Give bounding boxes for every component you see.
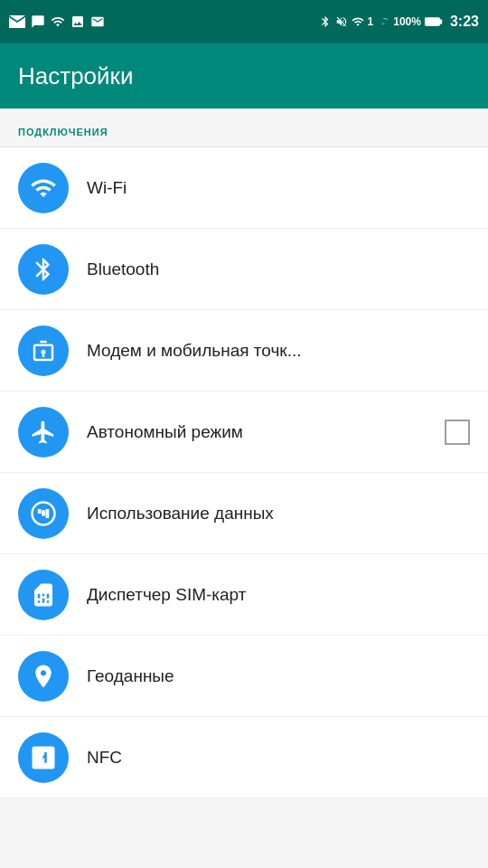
envelope-icon (90, 14, 105, 29)
location-label: Геоданные (87, 666, 470, 686)
settings-item-bluetooth[interactable]: Bluetooth (0, 229, 488, 310)
bluetooth-icon-wrap (18, 244, 69, 295)
sim-label: Диспетчер SIM-карт (87, 585, 470, 605)
svg-rect-1 (440, 20, 443, 24)
tethering-icon (30, 337, 57, 364)
airplane-icon (30, 419, 57, 446)
location-icon-wrap (18, 651, 69, 702)
wifi-label: Wi-Fi (87, 178, 470, 198)
status-bar-right: 1 100% 3:23 (319, 14, 479, 30)
nfc-icon (30, 744, 57, 771)
bluetooth-label: Bluetooth (87, 259, 470, 279)
settings-item-airplane[interactable]: Автономный режим (0, 392, 488, 473)
airplane-label: Автономный режим (87, 422, 445, 442)
message-icon (31, 14, 45, 29)
signal-icon (51, 14, 65, 29)
sim-icon-wrap (18, 570, 69, 620)
mute-icon (335, 15, 348, 28)
tethering-icon-wrap (18, 326, 69, 376)
section-header-text: ПОДКЛЮЧЕНИЯ (18, 127, 108, 137)
status-bar-left (9, 14, 105, 29)
settings-item-location[interactable]: Геоданные (0, 636, 488, 717)
airplane-icon-wrap (18, 407, 69, 458)
location-icon (30, 663, 57, 690)
wifi-icon (30, 175, 57, 202)
section-header: ПОДКЛЮЧЕНИЯ (0, 108, 488, 146)
datausage-label: Использование данных (87, 504, 470, 524)
datausage-icon-wrap (18, 488, 69, 539)
time-display: 3:23 (450, 14, 479, 30)
app-bar: Настройки (0, 43, 488, 108)
settings-item-sim[interactable]: Диспетчер SIM-карт (0, 554, 488, 636)
mobile-signal-icon (377, 15, 389, 28)
status-bluetooth-icon (319, 15, 332, 28)
settings-item-tethering[interactable]: Модем и мобильная точк... (0, 310, 488, 392)
image-icon (70, 14, 85, 29)
tethering-label: Модем и мобильная точк... (87, 341, 470, 361)
sim-icon (30, 581, 57, 609)
settings-item-wifi[interactable]: Wi-Fi (0, 147, 488, 229)
battery-icon (425, 16, 443, 27)
wifi-icon-wrap (18, 163, 69, 213)
battery-percent: 100% (393, 15, 421, 28)
settings-item-nfc[interactable]: NFC (0, 717, 488, 798)
battery-indicator: 1 (368, 15, 374, 28)
bluetooth-icon (30, 256, 57, 283)
settings-list: Wi-Fi Bluetooth Модем и мобильная точк..… (0, 147, 488, 798)
settings-item-datausage[interactable]: Использование данных (0, 473, 488, 554)
airplane-checkbox[interactable] (445, 420, 470, 445)
status-bar: 1 100% 3:23 (0, 0, 488, 43)
status-wifi-icon (352, 15, 364, 28)
datausage-icon (30, 500, 57, 527)
svg-point-2 (42, 349, 46, 354)
nfc-icon-wrap (18, 732, 69, 783)
svg-rect-0 (425, 18, 440, 25)
app-bar-title: Настройки (18, 62, 134, 90)
nfc-label: NFC (87, 748, 470, 768)
gmail-icon (9, 15, 25, 28)
